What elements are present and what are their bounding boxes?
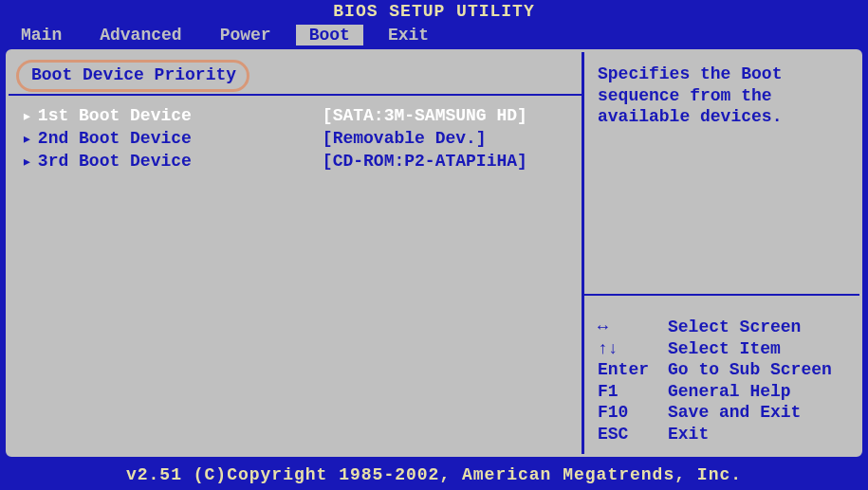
menu-bar: Main Advanced Power Boot Exit xyxy=(0,23,868,47)
menu-advanced[interactable]: Advanced xyxy=(86,25,194,45)
keyhelp-label: Go to Sub Screen xyxy=(668,359,832,381)
key-left-right: ↔ xyxy=(598,317,668,338)
section-divider xyxy=(9,94,582,96)
keyhelp-label: Select Screen xyxy=(668,317,801,338)
keyhelp-select-screen: ↔ Select Screen xyxy=(598,317,846,338)
submenu-arrow-icon: ▸ xyxy=(22,151,32,172)
keyhelp-label: Select Item xyxy=(668,338,781,360)
key-enter: Enter xyxy=(598,359,668,381)
right-pane: Specifies the Boot sequence from the ava… xyxy=(584,52,859,454)
boot-value-1: [SATA:3M-SAMSUNG HD] xyxy=(323,106,527,125)
menu-power[interactable]: Power xyxy=(207,25,285,45)
keyhelp-label: Exit xyxy=(668,424,709,445)
help-divider xyxy=(584,294,859,296)
boot-label-2: 2nd Boot Device xyxy=(38,129,323,148)
content-area: Boot Device Priority ▸ 1st Boot Device [… xyxy=(6,49,862,457)
menu-exit[interactable]: Exit xyxy=(375,25,442,45)
keyhelp-select-item: ↑↓ Select Item xyxy=(598,338,846,360)
menu-main[interactable]: Main xyxy=(8,25,75,45)
boot-device-3[interactable]: ▸ 3rd Boot Device [CD-ROM:P2-ATAPIiHA] xyxy=(22,151,568,172)
boot-label-3: 3rd Boot Device xyxy=(38,152,323,171)
keyhelp-label: General Help xyxy=(668,381,791,403)
left-pane: Boot Device Priority ▸ 1st Boot Device [… xyxy=(9,52,584,454)
key-up-down: ↑↓ xyxy=(598,338,668,360)
menu-boot[interactable]: Boot xyxy=(296,25,363,45)
boot-label-1: 1st Boot Device xyxy=(38,106,323,125)
key-help: ↔ Select Screen ↑↓ Select Item Enter Go … xyxy=(598,317,846,445)
key-esc: ESC xyxy=(598,424,668,445)
boot-device-2[interactable]: ▸ 2nd Boot Device [Removable Dev.] xyxy=(22,128,568,149)
app-title: BIOS SETUP UTILITY xyxy=(0,0,868,23)
keyhelp-f1: F1 General Help xyxy=(598,381,846,403)
keyhelp-label: Save and Exit xyxy=(668,402,801,424)
submenu-arrow-icon: ▸ xyxy=(22,128,32,149)
boot-device-1[interactable]: ▸ 1st Boot Device [SATA:3M-SAMSUNG HD] xyxy=(22,105,568,126)
keyhelp-esc: ESC Exit xyxy=(598,424,846,445)
keyhelp-enter: Enter Go to Sub Screen xyxy=(598,359,846,381)
bios-screen: BIOS SETUP UTILITY Main Advanced Power B… xyxy=(0,0,868,490)
help-text: Specifies the Boot sequence from the ava… xyxy=(598,64,846,128)
key-f10: F10 xyxy=(598,402,668,424)
boot-value-3: [CD-ROM:P2-ATAPIiHA] xyxy=(323,152,527,171)
keyhelp-f10: F10 Save and Exit xyxy=(598,402,846,424)
submenu-arrow-icon: ▸ xyxy=(22,105,32,126)
boot-value-2: [Removable Dev.] xyxy=(323,129,487,148)
section-title: Boot Device Priority xyxy=(22,64,246,86)
key-f1: F1 xyxy=(598,381,668,403)
footer-copyright: v2.51 (C)Copyright 1985-2002, American M… xyxy=(0,465,868,484)
